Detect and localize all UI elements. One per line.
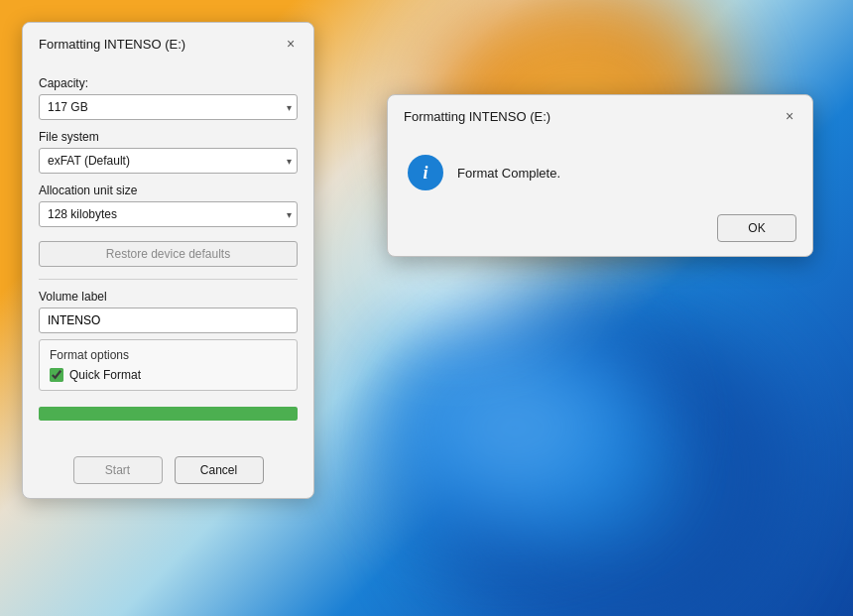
capacity-label: Capacity:: [39, 76, 298, 90]
format-dialog-titlebar: Formatting INTENSO (E:) ×: [23, 23, 313, 62]
format-dialog-close-button[interactable]: ×: [280, 33, 302, 55]
volume-label-input[interactable]: [39, 308, 298, 333]
quick-format-label[interactable]: Quick Format: [69, 368, 141, 382]
format-options-legend: Format options: [50, 348, 287, 362]
filesystem-dropdown[interactable]: exFAT (Default): [39, 148, 298, 174]
quick-format-checkbox[interactable]: [50, 368, 63, 382]
format-dialog-body: Capacity: 117 GB ▾ File system exFAT (De…: [23, 62, 313, 448]
quick-format-row: Quick Format: [50, 368, 287, 382]
capacity-dropdown-wrapper: 117 GB ▾: [39, 94, 298, 120]
filesystem-label: File system: [39, 130, 298, 144]
complete-dialog-title: Formatting INTENSO (E:): [404, 109, 550, 124]
cancel-button[interactable]: Cancel: [175, 456, 264, 484]
format-options-box: Format options Quick Format: [39, 339, 298, 391]
complete-dialog: Formatting INTENSO (E:) × i Format Compl…: [387, 94, 813, 257]
blob-lightblue: [377, 318, 655, 537]
format-dialog-title: Formatting INTENSO (E:): [39, 37, 185, 52]
progress-fill: [39, 407, 298, 421]
progress-container: [39, 407, 298, 421]
divider: [39, 279, 298, 280]
volume-label-text: Volume label: [39, 290, 298, 304]
restore-defaults-button[interactable]: Restore device defaults: [39, 241, 298, 267]
complete-dialog-titlebar: Formatting INTENSO (E:) ×: [388, 95, 812, 135]
allocation-dropdown-wrapper: 128 kilobytes ▾: [39, 201, 298, 227]
capacity-dropdown[interactable]: 117 GB: [39, 94, 298, 120]
complete-message: Format Complete.: [457, 166, 560, 181]
allocation-dropdown[interactable]: 128 kilobytes: [39, 201, 298, 227]
complete-dialog-close-button[interactable]: ×: [779, 105, 800, 127]
filesystem-dropdown-wrapper: exFAT (Default) ▾: [39, 148, 298, 174]
allocation-label: Allocation unit size: [39, 184, 298, 197]
complete-dialog-body: i Format Complete.: [388, 135, 812, 214]
format-dialog: Formatting INTENSO (E:) × Capacity: 117 …: [22, 22, 314, 499]
ok-button[interactable]: OK: [717, 214, 796, 242]
start-button[interactable]: Start: [73, 456, 163, 484]
format-dialog-footer: Start Cancel: [23, 448, 313, 498]
complete-dialog-footer: OK: [388, 214, 812, 256]
info-icon: i: [408, 155, 443, 190]
